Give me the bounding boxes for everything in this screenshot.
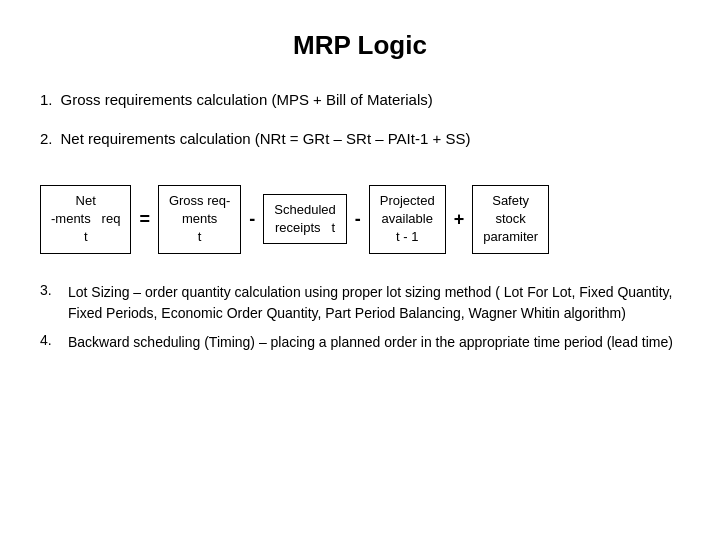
formula-row: Net-ments reqt = Gross req-mentst - Sche… xyxy=(40,185,680,254)
gross-label: Gross req-mentst xyxy=(169,193,230,244)
section-1: 1.Gross requirements calculation (MPS + … xyxy=(40,89,680,110)
section-4-number: 4. xyxy=(40,332,62,348)
section-1-number: 1. xyxy=(40,91,53,108)
section-2-number: 2. xyxy=(40,130,53,147)
minus2-op: - xyxy=(351,209,365,230)
projected-label: Projectedavailablet - 1 xyxy=(380,193,435,244)
section-2: 2.Net requirements calculation (NRt = GR… xyxy=(40,128,680,149)
scheduled-box: Scheduledreceipts t xyxy=(263,194,346,244)
sections-3-4: 3. Lot Sizing – order quantity calculati… xyxy=(40,282,680,361)
safety-box: Safetystockparamiter xyxy=(472,185,549,254)
section-4-text: Backward scheduling (Timing) – placing a… xyxy=(68,332,673,353)
section-3-number: 3. xyxy=(40,282,62,298)
scheduled-suffix: t xyxy=(331,220,335,235)
net-ments-label: Net-ments xyxy=(51,193,96,226)
section-4: 4. Backward scheduling (Timing) – placin… xyxy=(40,332,680,361)
minus1-op: - xyxy=(245,209,259,230)
page: MRP Logic 1.Gross requirements calculati… xyxy=(0,0,720,540)
scheduled-label: Scheduledreceipts xyxy=(274,202,335,235)
safety-label: Safetystockparamiter xyxy=(483,193,538,244)
section-2-text: Net requirements calculation (NRt = GRt … xyxy=(61,130,471,147)
section-1-text: Gross requirements calculation (MPS + Bi… xyxy=(61,91,433,108)
page-title: MRP Logic xyxy=(40,30,680,61)
section-3: 3. Lot Sizing – order quantity calculati… xyxy=(40,282,680,332)
projected-box: Projectedavailablet - 1 xyxy=(369,185,446,254)
net-ments-box: Net-ments reqt xyxy=(40,185,131,254)
plus-op: + xyxy=(450,209,469,230)
gross-box: Gross req-mentst xyxy=(158,185,241,254)
equals-op: = xyxy=(135,209,154,230)
section-3-text: Lot Sizing – order quantity calculation … xyxy=(68,282,680,324)
